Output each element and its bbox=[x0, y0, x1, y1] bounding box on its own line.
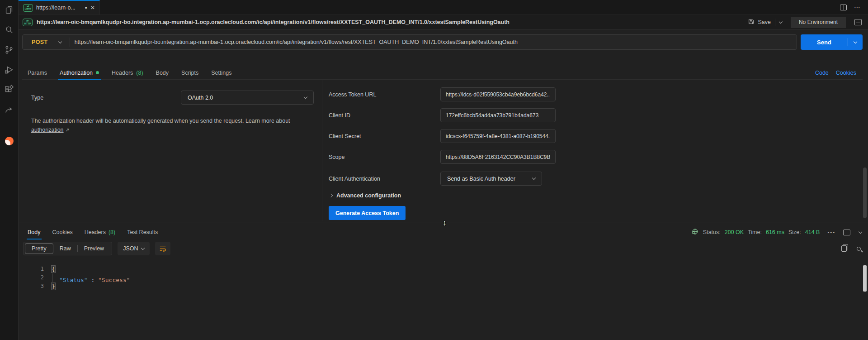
main-area: ⇄HTTP https://learn-o... ● ✕ ⋯ ⇄HTTP htt… bbox=[19, 0, 868, 340]
status-value: 200 OK bbox=[725, 229, 744, 235]
divider bbox=[775, 19, 775, 26]
time-value: 616 ms bbox=[766, 229, 784, 235]
response-body-editor[interactable]: 1 { 2 "Status" : "Success" 3 } bbox=[19, 256, 868, 291]
response-pane: Body Cookies Headers(8) Test Results Sta… bbox=[19, 222, 868, 340]
view-mode-preview[interactable]: Preview bbox=[78, 243, 110, 254]
save-button[interactable]: Save bbox=[748, 18, 771, 26]
tab-params[interactable]: Params bbox=[23, 66, 52, 80]
chevron-down-icon[interactable] bbox=[859, 230, 862, 233]
response-toolbar: Pretty Raw Preview JSON bbox=[19, 241, 868, 256]
chevron-right-icon bbox=[329, 194, 333, 197]
client-id-field[interactable] bbox=[440, 108, 556, 122]
editor-tabstrip: ⇄HTTP https://learn-o... ● ✕ ⋯ bbox=[19, 0, 868, 15]
postman-icon[interactable] bbox=[5, 137, 14, 145]
environment-icon[interactable] bbox=[854, 19, 862, 25]
app-window: ⇄HTTP https://learn-o... ● ✕ ⋯ ⇄HTTP htt… bbox=[0, 0, 868, 340]
split-editor-icon[interactable] bbox=[840, 5, 847, 10]
code-line: 2 "Status" : "Success" bbox=[19, 273, 868, 282]
url-box: POST bbox=[22, 34, 797, 50]
http-method-icon: ⇄HTTP bbox=[23, 19, 33, 26]
client-secret-field[interactable] bbox=[440, 129, 556, 143]
line-number: 2 bbox=[19, 273, 44, 282]
tab-settings[interactable]: Settings bbox=[207, 66, 236, 80]
line-number: 3 bbox=[19, 282, 44, 291]
access-token-url-label: Access Token URL bbox=[329, 91, 440, 98]
tab-authorization[interactable]: Authorization bbox=[55, 66, 104, 80]
auth-type-select[interactable]: OAuth 2.0 bbox=[181, 91, 314, 105]
access-token-url-field[interactable] bbox=[440, 87, 556, 101]
code-link[interactable]: Code bbox=[815, 70, 829, 76]
tab-test-results[interactable]: Test Results bbox=[123, 225, 162, 239]
http-method-icon: ⇄HTTP bbox=[23, 4, 33, 12]
auth-type-label: Type bbox=[31, 95, 181, 101]
resize-cursor: ↕ bbox=[443, 219, 447, 228]
tab-scripts[interactable]: Scripts bbox=[177, 66, 203, 80]
tab-body[interactable]: Body bbox=[151, 66, 174, 80]
environment-selector[interactable]: No Environment bbox=[791, 17, 846, 28]
response-status-bar: Status: 200 OK Time: 616 ms Size: 414 B … bbox=[691, 228, 862, 237]
generate-access-token-button[interactable]: Generate Access Token bbox=[329, 206, 406, 220]
extensions-icon[interactable] bbox=[4, 84, 14, 95]
share-icon[interactable] bbox=[4, 104, 14, 115]
cookies-link[interactable]: Cookies bbox=[836, 70, 856, 76]
response-actions bbox=[841, 245, 861, 252]
method-selector[interactable]: POST bbox=[23, 39, 59, 45]
chevron-down-icon[interactable] bbox=[779, 19, 783, 23]
request-pane: POST Send Params Authorization Headers(8… bbox=[19, 30, 868, 222]
chevron-down-icon[interactable] bbox=[58, 39, 61, 43]
globe-lock-icon bbox=[691, 228, 699, 237]
code-line: 1 { bbox=[19, 265, 868, 273]
source-control-icon[interactable] bbox=[4, 44, 14, 55]
ellipsis-icon[interactable]: ••• bbox=[827, 230, 835, 235]
request-header-row: ⇄HTTP https://learn-oic-bmqamlkqudpr-bo.… bbox=[19, 15, 868, 30]
url-row: POST Send bbox=[22, 34, 863, 50]
save-icon bbox=[748, 18, 755, 26]
code-line: 3 } bbox=[19, 282, 868, 291]
client-secret-label: Client Secret bbox=[329, 133, 440, 139]
scope-label: Scope bbox=[329, 154, 440, 160]
time-label: Time: bbox=[748, 229, 762, 235]
tab-response-cookies[interactable]: Cookies bbox=[48, 225, 77, 239]
save-label: Save bbox=[758, 19, 771, 25]
wrap-text-button[interactable] bbox=[155, 242, 170, 255]
external-link-icon: ↗ bbox=[65, 127, 69, 133]
size-label: Size: bbox=[788, 229, 801, 235]
run-debug-icon[interactable] bbox=[4, 64, 14, 75]
view-mode-pretty[interactable]: Pretty bbox=[25, 243, 53, 254]
files-icon[interactable] bbox=[4, 5, 14, 15]
scope-field[interactable] bbox=[440, 150, 556, 164]
breadcrumb: https://learn-oic-bmqamlkqudpr-bo.integr… bbox=[37, 19, 744, 25]
tab-headers[interactable]: Headers(8) bbox=[107, 66, 148, 80]
split-pane-icon[interactable] bbox=[843, 230, 850, 235]
size-value: 414 B bbox=[805, 229, 820, 235]
authorization-link[interactable]: authorization bbox=[31, 127, 64, 133]
search-small-icon[interactable] bbox=[857, 247, 861, 251]
format-selector[interactable]: JSON bbox=[118, 242, 150, 255]
copy-icon[interactable] bbox=[841, 245, 847, 252]
authorization-panel: Type OAuth 2.0 The authorization header … bbox=[22, 80, 863, 221]
chevron-down-icon bbox=[304, 95, 307, 99]
more-icon[interactable]: ⋯ bbox=[854, 4, 861, 11]
close-icon[interactable]: ✕ bbox=[90, 5, 95, 11]
auth-helper-text: The authorization header will be automat… bbox=[31, 116, 291, 134]
send-button[interactable]: Send bbox=[801, 34, 863, 50]
tab-response-headers[interactable]: Headers(8) bbox=[80, 225, 120, 239]
advanced-configuration-toggle[interactable]: Advanced configuration bbox=[330, 192, 863, 199]
status-label: Status: bbox=[703, 229, 721, 235]
scrollbar-thumb[interactable] bbox=[863, 265, 867, 292]
request-tabs: Params Authorization Headers(8) Body Scr… bbox=[22, 66, 863, 80]
client-id-label: Client ID bbox=[329, 112, 440, 119]
activity-bar bbox=[0, 0, 19, 340]
editor-tab-request[interactable]: ⇄HTTP https://learn-o... ● ✕ bbox=[19, 0, 100, 14]
editor-tab-title: https://learn-o... bbox=[36, 5, 82, 11]
tab-response-body[interactable]: Body bbox=[23, 225, 45, 239]
search-icon[interactable] bbox=[4, 24, 14, 35]
scrollbar-thumb[interactable] bbox=[863, 168, 867, 218]
client-authentication-select[interactable]: Send as Basic Auth header bbox=[440, 172, 542, 186]
url-input[interactable] bbox=[70, 39, 797, 45]
unsaved-dot-icon: ● bbox=[85, 5, 87, 10]
oauth-config-pane: Access Token URL Client ID Client Secret… bbox=[322, 80, 863, 221]
view-mode-raw[interactable]: Raw bbox=[53, 243, 77, 254]
line-number: 1 bbox=[19, 265, 44, 273]
send-options-button[interactable] bbox=[848, 42, 863, 43]
